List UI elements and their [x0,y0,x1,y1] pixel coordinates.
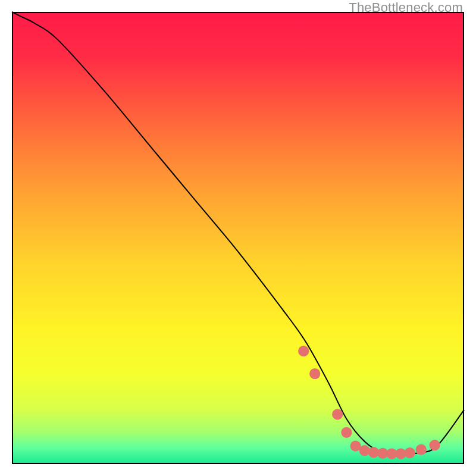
marker-dot [416,444,427,455]
marker-dot [309,368,320,379]
marker-dot [298,346,309,356]
marker-dot [429,440,440,450]
chart-frame: TheBottleneck.com [0,0,476,476]
marker-dot [405,447,415,458]
marker-dot [332,409,343,419]
marker-dot [341,427,352,438]
marker-group [298,346,440,459]
chart-svg [12,12,464,464]
curve-path [12,12,464,454]
marker-dot [359,445,370,456]
plot-area [12,12,464,464]
